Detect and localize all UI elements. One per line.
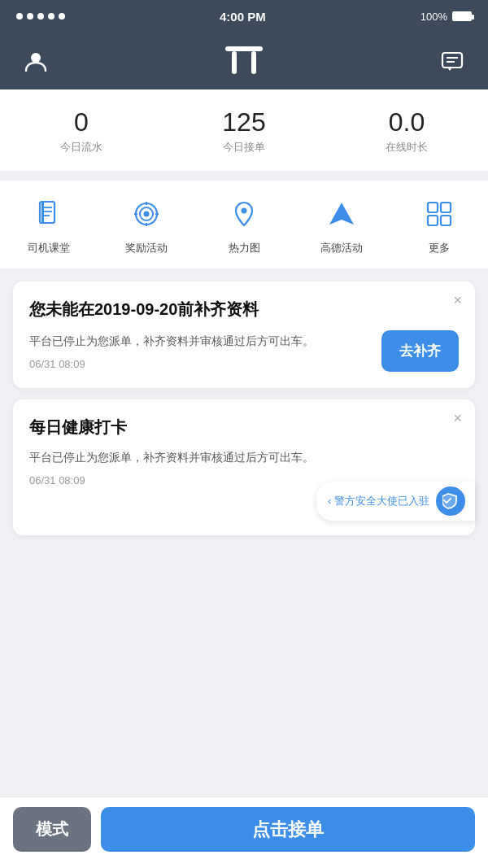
menu-item-class[interactable]: 司机课堂 (0, 194, 98, 255)
stat-time-value: 0.0 (325, 109, 488, 135)
svg-rect-1 (225, 46, 263, 51)
stat-orders-value: 125 (163, 109, 325, 135)
stat-flow-label: 今日流水 (0, 140, 163, 155)
svg-point-14 (144, 212, 150, 217)
location-icon (224, 194, 264, 234)
message-button[interactable] (436, 45, 468, 77)
security-badge[interactable]: ‹ 警方安全大使已入驻 (316, 482, 475, 521)
card1-body: 平台已停止为您派单，补齐资料并审核通过后方可出车。 (29, 332, 368, 351)
shield-button[interactable] (436, 486, 465, 516)
shield-icon (442, 493, 459, 509)
status-right: 100% (420, 11, 472, 23)
stat-flow-value: 0 (0, 109, 163, 135)
card1-time: 06/31 08:09 (29, 358, 368, 370)
stat-online-time: 0.0 在线时长 (325, 109, 488, 155)
menu-heatmap-label: 热力图 (229, 241, 260, 255)
svg-marker-20 (329, 203, 354, 225)
card1-action-button[interactable]: 去补齐 (381, 330, 459, 372)
menu-item-gaode[interactable]: 高德活动 (293, 194, 390, 255)
card-health: × 每日健康打卡 平台已停止为您派单，补齐资料并审核通过后方可出车。 06/31… (13, 399, 475, 535)
book-icon (28, 194, 69, 234)
signal-dots (16, 13, 65, 20)
bottom-bar: 模式 点击接单 (0, 796, 488, 868)
card1-close-button[interactable]: × (453, 293, 462, 308)
profile-button[interactable] (20, 45, 52, 77)
svg-point-19 (242, 208, 247, 214)
svg-rect-23 (428, 216, 438, 225)
card2-title: 每日健康打卡 (29, 416, 459, 438)
card2-close-button[interactable]: × (453, 411, 462, 425)
navigate-icon (321, 194, 362, 234)
status-time: 4:00 PM (220, 10, 266, 24)
svg-rect-4 (442, 53, 462, 68)
menu-item-reward[interactable]: 奖励活动 (98, 194, 195, 255)
svg-rect-24 (441, 216, 451, 225)
accept-order-button[interactable]: 点击接单 (101, 807, 475, 852)
svg-rect-3 (251, 51, 256, 74)
menu-more-label: 更多 (429, 241, 450, 255)
mode-button[interactable]: 模式 (13, 807, 91, 852)
menu-section: 司机课堂 奖励活动 热力图 (0, 181, 488, 268)
menu-item-more[interactable]: 更多 (390, 194, 488, 255)
svg-point-0 (31, 53, 41, 63)
app-logo (52, 45, 436, 77)
svg-rect-22 (441, 203, 451, 212)
card2-body: 平台已停止为您派单，补齐资料并审核通过后方可出车。 (29, 448, 459, 468)
cards-section: × 您未能在2019-09-20前补齐资料 平台已停止为您派单，补齐资料并审核通… (0, 268, 488, 796)
menu-gaode-label: 高德活动 (320, 241, 363, 255)
user-icon (24, 50, 47, 72)
card1-action-row: 平台已停止为您派单，补齐资料并审核通过后方可出车。 06/31 08:09 去补… (29, 330, 459, 372)
card1-text-block: 平台已停止为您派单，补齐资料并审核通过后方可出车。 06/31 08:09 (29, 332, 368, 370)
card-document: × 您未能在2019-09-20前补齐资料 平台已停止为您派单，补齐资料并审核通… (13, 281, 475, 388)
header (0, 33, 488, 89)
card1-title: 您未能在2019-09-20前补齐资料 (29, 298, 459, 321)
svg-rect-8 (41, 202, 44, 223)
battery-icon (452, 11, 472, 21)
stat-daily-flow: 0 今日流水 (0, 109, 163, 155)
stat-daily-orders: 125 今日接单 (163, 109, 325, 155)
battery-percent: 100% (420, 11, 447, 23)
message-icon (441, 50, 464, 72)
menu-item-heatmap[interactable]: 热力图 (195, 194, 293, 255)
menu-reward-label: 奖励活动 (125, 241, 168, 255)
svg-rect-2 (232, 51, 237, 74)
stats-section: 0 今日流水 125 今日接单 0.0 在线时长 (0, 89, 488, 171)
menu-class-label: 司机课堂 (28, 241, 70, 255)
status-bar: 4:00 PM 100% (0, 0, 488, 33)
stat-time-label: 在线时长 (325, 140, 488, 155)
svg-rect-21 (428, 203, 438, 212)
logo-svg (224, 45, 264, 77)
security-text: ‹ 警方安全大使已入驻 (328, 494, 429, 508)
target-icon (126, 194, 167, 234)
grid-icon (419, 194, 460, 234)
stat-orders-label: 今日接单 (163, 140, 325, 155)
